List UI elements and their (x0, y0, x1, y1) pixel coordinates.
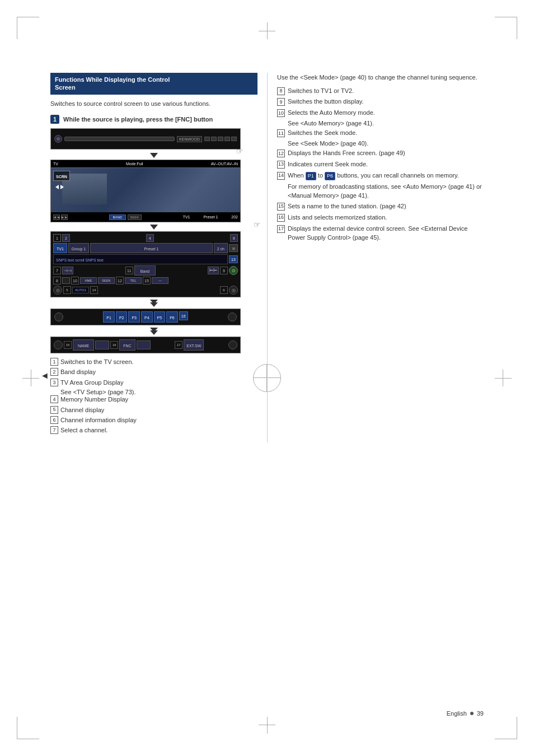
section-title: Functions While Displaying the Control S… (55, 76, 253, 92)
badge-11: 11 (277, 129, 285, 137)
list-item-5: 5 Channel display (50, 406, 257, 414)
left-content: Functions While Displaying the Control S… (50, 73, 257, 437)
ch-label: 2 ch (217, 247, 224, 251)
right-item-15: 15 Sets a name to the tuned station. (pa… (277, 202, 484, 211)
arrow4 (50, 328, 257, 335)
group-label: Group 1 (72, 247, 86, 251)
see-also-14: For memory of broadcasting stations, see… (277, 183, 484, 200)
channel-label: Preset 1 (144, 247, 158, 251)
crosshair-top-v (267, 22, 268, 39)
right-content: Use the <Seek Mode> (page 40) to change … (277, 73, 484, 245)
section-header: Functions While Displaying the Control S… (50, 73, 257, 95)
item-7-text: Select a channel. (60, 426, 257, 435)
see-also-11: See <Seek Mode> (page 40). (277, 140, 484, 147)
badge-3: 3 (50, 379, 58, 386)
list-item-6: 6 Channel information display (50, 416, 257, 424)
right-intro: Use the <Seek Mode> (page 40) to change … (277, 73, 484, 82)
item-3-text: TV Area Group Display (60, 379, 257, 387)
arrow2 (50, 225, 257, 230)
crosshair-right-h (495, 378, 512, 379)
band-label: Band (140, 269, 149, 273)
crosshair-left-v (31, 370, 31, 386)
snps-label: SNPS text scroll SNPS text (56, 258, 104, 262)
item-4-text: Memory Number Display (60, 395, 257, 404)
badge-8: 8 (277, 87, 285, 95)
badge-9: 9 (277, 98, 285, 106)
see-also-3: See <TV Setup> (page 73). (50, 389, 257, 395)
tv1-label: TV1 (57, 247, 64, 251)
divider-vertical (267, 73, 268, 442)
av-label: AV–OUT:AV–IN (211, 162, 238, 166)
badge-17: 17 (277, 225, 285, 233)
badge-12: 12 (277, 150, 285, 157)
badge-2: 2 (50, 368, 58, 376)
tv-label: TV (53, 162, 58, 166)
left-arrow-indicator: ◄ (40, 371, 49, 381)
step1-number: 1 (50, 115, 59, 124)
crosshair-bottom-v (267, 717, 268, 734)
arrow1 (50, 153, 257, 158)
crosshair-right-v (503, 370, 503, 386)
step1-label: 1 While the source is playing, press the… (50, 115, 257, 124)
right-item-11: 11 Switches the Seek mode. (277, 129, 484, 138)
crop-mark-br (495, 717, 517, 739)
badge-10: 10 (277, 109, 285, 117)
crop-mark-bl (17, 717, 39, 739)
right-item-17: 17 Displays the external device control … (277, 225, 484, 242)
p6-button: P6 (325, 172, 335, 180)
badge-13: 13 (277, 161, 285, 169)
right-item-10: 10 Selects the Auto Memory mode. (277, 109, 484, 118)
badge-5: 5 (50, 406, 58, 414)
left-list: 1 Switches to the TV screen. 2 Band disp… (50, 358, 257, 435)
see-also-10: See <Auto Memory> (page 41). (277, 120, 484, 127)
right-item-16: 16 Lists and selects memorized station. (277, 213, 484, 222)
right-item-12: 12 Displays the Hands Free screen. (page… (277, 149, 484, 158)
badge-15: 15 (277, 203, 285, 211)
item-6-text: Channel information display (60, 416, 257, 424)
crop-mark-tr (495, 17, 517, 39)
badge-6: 6 (50, 416, 58, 424)
right-item-13: 13 Indicates current Seek mode. (277, 160, 484, 169)
crop-mark-tl (17, 17, 39, 39)
mode-label: Mode:Full (126, 162, 143, 166)
badge-1: 1 (50, 358, 58, 366)
right-item-14: 14 When P1 to P6 buttons, you can recall… (277, 171, 484, 180)
item-2-text: Band display (60, 368, 257, 376)
list-item-1: 1 Switches to the TV screen. (50, 358, 257, 366)
page-number: English 39 (447, 710, 484, 717)
arrow3 (50, 300, 257, 307)
item-5-text: Channel display (60, 406, 257, 414)
badge-16: 16 (277, 214, 285, 222)
list-item-7: 7 Select a channel. (50, 426, 257, 435)
list-item-3: 3 TV Area Group Display (50, 379, 257, 387)
page-num: 39 (477, 710, 484, 717)
list-item-2: 2 Band display (50, 368, 257, 376)
page-container: Functions While Displaying the Control S… (0, 0, 534, 756)
intro-text: Switches to source control screen to use… (50, 99, 257, 109)
language-label: English (447, 710, 467, 717)
page-dot (470, 712, 474, 715)
badge-4: 4 (50, 395, 58, 403)
list-item-4: 4 Memory Number Display (50, 395, 257, 404)
badge-7: 7 (50, 426, 58, 434)
item-1-text: Switches to the TV screen. (60, 358, 257, 366)
right-list: 8 Switches to TV1 or TV2. 9 Switches the… (277, 87, 484, 242)
right-item-8: 8 Switches to TV1 or TV2. (277, 87, 484, 96)
p1-button: P1 (306, 172, 316, 180)
right-item-9: 9 Switches the button display. (277, 97, 484, 106)
badge-14: 14 (277, 172, 285, 180)
